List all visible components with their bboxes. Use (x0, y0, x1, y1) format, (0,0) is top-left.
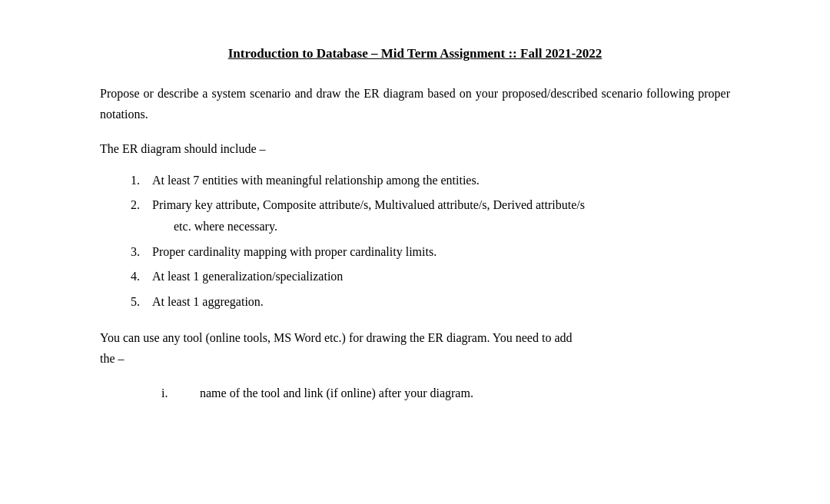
list-item-5: 5. At least 1 aggregation. (131, 292, 730, 312)
section-intro: The ER diagram should include – (100, 138, 730, 159)
list-text-2: Primary key attribute, Composite attribu… (152, 198, 585, 211)
list-item-2: 2. Primary key attribute, Composite attr… (131, 195, 730, 237)
paragraph-1: Propose or describe a system scenario an… (100, 83, 730, 124)
paragraph-2: You can use any tool (online tools, MS W… (100, 327, 730, 369)
list-number-5: 5. (131, 292, 152, 312)
list-number-4: 4. (131, 267, 152, 287)
roman-text-1: name of the tool and link (if online) af… (200, 383, 730, 403)
page-title: Introduction to Database – Mid Term Assi… (100, 46, 730, 61)
list-item-1: 1. At least 7 entities with meaningful r… (131, 171, 730, 191)
roman-label-1: i. (161, 383, 200, 403)
list-text-4: At least 1 generalization/specialization (152, 267, 730, 287)
list-text-5: At least 1 aggregation. (152, 292, 730, 312)
list-number-2: 2. (131, 195, 152, 215)
paragraph-2-line2: the – (100, 352, 124, 365)
list-text-2-container: Primary key attribute, Composite attribu… (152, 195, 730, 237)
list-subtext-2: etc. where necessary. (174, 217, 730, 237)
list-text-3: Proper cardinality mapping with proper c… (152, 242, 730, 262)
list-item-4: 4. At least 1 generalization/specializat… (131, 267, 730, 287)
list-text-1: At least 7 entities with meaningful rela… (152, 171, 730, 191)
requirements-list: 1. At least 7 entities with meaningful r… (131, 171, 730, 312)
paragraph-2-line1: You can use any tool (online tools, MS W… (100, 331, 572, 344)
roman-item-1: i. name of the tool and link (if online)… (161, 383, 730, 403)
list-number-1: 1. (131, 171, 152, 191)
list-item-3: 3. Proper cardinality mapping with prope… (131, 242, 730, 262)
roman-list: i. name of the tool and link (if online)… (161, 383, 730, 403)
list-number-3: 3. (131, 242, 152, 262)
page-container: Introduction to Database – Mid Term Assi… (69, 0, 761, 434)
